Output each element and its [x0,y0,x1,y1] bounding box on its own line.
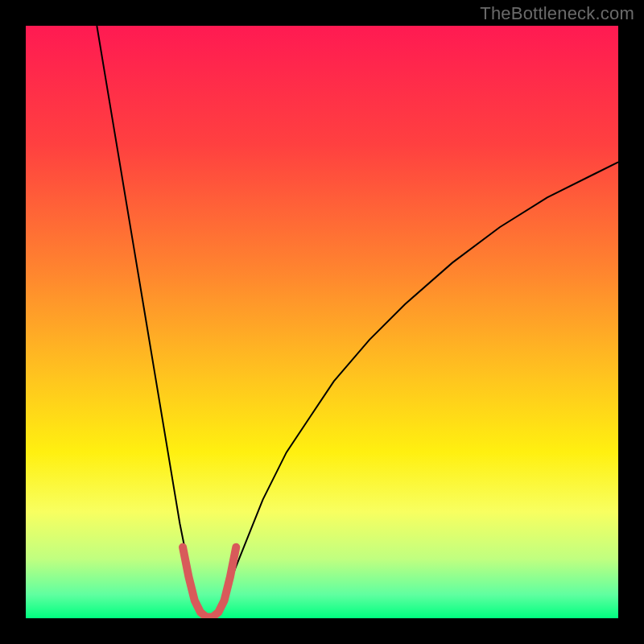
watermark-text: TheBottleneck.com [480,3,634,24]
chart-frame: TheBottleneck.com [0,0,644,644]
chart-svg [26,26,618,618]
chart-plot-area [26,26,618,618]
chart-background [26,26,618,618]
